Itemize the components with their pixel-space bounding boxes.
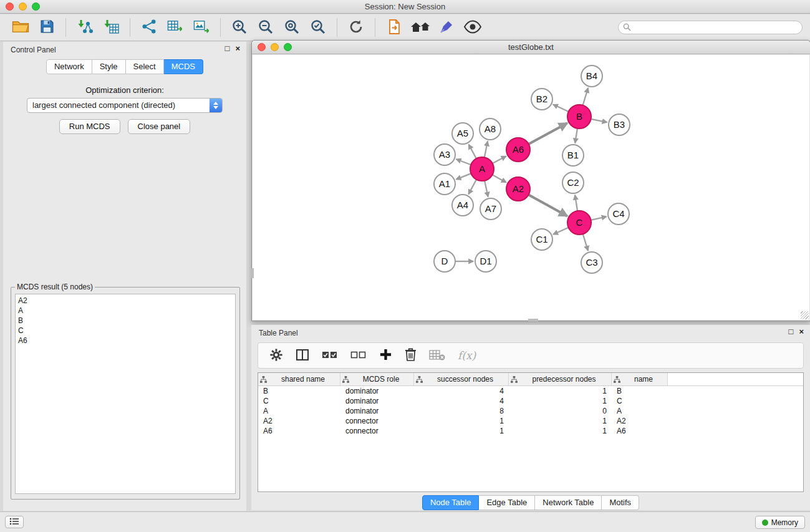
graph-node-A4[interactable]: A4: [452, 195, 473, 216]
resize-grip[interactable]: [801, 311, 809, 319]
table-cell[interactable]: dominator: [340, 406, 414, 416]
column-header-MCDS-role[interactable]: MCDS role: [340, 373, 414, 385]
graph-node-B[interactable]: B: [567, 105, 591, 128]
table-cell[interactable]: A6: [612, 426, 668, 436]
zoom-network-window-button[interactable]: [284, 43, 292, 51]
column-header-shared-name[interactable]: shared name: [258, 373, 340, 385]
table-cell[interactable]: A6: [258, 426, 340, 436]
graph-edge-B-B2[interactable]: [553, 105, 569, 112]
graph-edge-C-C1[interactable]: [553, 228, 569, 235]
deselect-all-button[interactable]: [350, 351, 367, 361]
table-cell[interactable]: 4: [414, 386, 509, 396]
table-cell[interactable]: 4: [414, 396, 509, 406]
open-session-document-button[interactable]: [381, 16, 407, 39]
network-canvas[interactable]: B4B2BB3A8A5A6A3B1AC2A1A2A4A7C4CC1DD1C3: [253, 55, 809, 320]
table-row[interactable]: Cdominator41C: [258, 396, 803, 406]
import-table-file-button[interactable]: [98, 16, 124, 39]
table-cell[interactable]: B: [612, 386, 668, 396]
mcds-result-item[interactable]: A2: [18, 296, 233, 306]
table-cell[interactable]: dominator: [340, 396, 414, 406]
open-file-button[interactable]: [7, 16, 34, 39]
dropdown-stepper-icon[interactable]: [210, 99, 222, 112]
graph-node-A2[interactable]: A2: [506, 177, 530, 201]
table-cell[interactable]: 1: [414, 416, 509, 426]
show-hide-button[interactable]: [460, 16, 486, 39]
table-cell[interactable]: A: [612, 406, 668, 416]
network-window-titlebar[interactable]: testGlobe.txt: [252, 41, 810, 54]
graph-node-A5[interactable]: A5: [452, 123, 473, 144]
graph-node-C2[interactable]: C2: [562, 172, 584, 193]
export-table-button[interactable]: [162, 16, 188, 39]
table-cell[interactable]: C: [612, 396, 668, 406]
graph-node-B3[interactable]: B3: [609, 114, 630, 135]
tab-motifs[interactable]: Motifs: [602, 495, 639, 510]
graph-edge-A2-C[interactable]: [529, 195, 567, 216]
graph-node-D[interactable]: D: [434, 251, 455, 272]
zoom-window-button[interactable]: [32, 2, 40, 11]
table-cell[interactable]: A: [258, 406, 340, 416]
graph-edge-C-C4[interactable]: [591, 216, 607, 220]
zoom-fit-button[interactable]: [279, 16, 305, 39]
optimization-criterion-dropdown[interactable]: largest connected component (directed): [27, 98, 223, 113]
table-cell[interactable]: 8: [414, 406, 509, 416]
tab-network-table[interactable]: Network Table: [535, 495, 602, 510]
column-header-name[interactable]: name: [612, 373, 668, 385]
minimize-network-window-button[interactable]: [271, 43, 279, 51]
mcds-result-item[interactable]: C: [18, 326, 233, 336]
table-cell[interactable]: 1: [414, 426, 509, 436]
graph-node-A7[interactable]: A7: [480, 198, 501, 220]
select-all-button[interactable]: [322, 351, 338, 361]
graphics-details-button[interactable]: [433, 16, 460, 39]
graph-edge-B-B4[interactable]: [583, 88, 589, 105]
graph-node-A8[interactable]: A8: [480, 118, 501, 140]
graph-node-A6[interactable]: A6: [506, 138, 530, 162]
table-row[interactable]: Adominator80A: [258, 406, 803, 416]
mcds-result-list[interactable]: A2ABCA6: [15, 294, 236, 494]
graph-node-D1[interactable]: D1: [475, 251, 496, 272]
mcds-result-item[interactable]: A6: [18, 336, 233, 346]
float-panel-icon[interactable]: □: [789, 327, 794, 336]
network-graph[interactable]: B4B2BB3A8A5A6A3B1AC2A1A2A4A7C4CC1DD1C3: [253, 55, 810, 321]
table-cell[interactable]: connector: [340, 416, 414, 426]
search-input[interactable]: [618, 21, 803, 34]
run-mcds-button[interactable]: Run MCDS: [59, 119, 120, 134]
table-row[interactable]: A2connector11A2: [258, 416, 803, 426]
tab-select[interactable]: Select: [126, 59, 164, 74]
graph-node-C[interactable]: C: [567, 211, 591, 235]
mcds-result-item[interactable]: B: [18, 316, 233, 326]
add-row-button[interactable]: [379, 348, 392, 363]
table-settings-button[interactable]: [269, 348, 283, 364]
zoom-in-button[interactable]: [226, 16, 253, 39]
import-network-file-button[interactable]: [72, 16, 98, 39]
graph-edge-A-A8[interactable]: [485, 142, 488, 158]
table-cell[interactable]: 1: [509, 426, 612, 436]
destroy-table-button[interactable]: [429, 349, 445, 363]
graph-node-A1[interactable]: A1: [434, 173, 455, 195]
graph-node-A3[interactable]: A3: [434, 144, 455, 165]
graph-edge-A-A5[interactable]: [469, 145, 476, 159]
edge-resize-handle[interactable]: [251, 268, 254, 278]
close-window-button[interactable]: [6, 2, 14, 11]
save-session-button[interactable]: [34, 16, 60, 39]
refresh-view-button[interactable]: [343, 16, 369, 39]
table-cell[interactable]: 1: [509, 386, 612, 396]
minimize-window-button[interactable]: [19, 2, 27, 11]
table-cell[interactable]: dominator: [340, 386, 414, 396]
float-panel-icon[interactable]: □: [225, 44, 230, 53]
tab-edge-table[interactable]: Edge Table: [479, 495, 535, 510]
table-cell[interactable]: 0: [509, 406, 612, 416]
close-network-window-button[interactable]: [258, 43, 266, 51]
edge-resize-handle[interactable]: [528, 319, 538, 321]
close-panel-icon[interactable]: ×: [235, 44, 240, 53]
column-header-successor-nodes[interactable]: successor nodes: [414, 373, 509, 385]
table-cell[interactable]: B: [258, 386, 340, 396]
graph-edge-A-A7[interactable]: [485, 181, 488, 197]
column-header-predecessor-nodes[interactable]: predecessor nodes: [509, 373, 612, 385]
table-cell[interactable]: C: [258, 396, 340, 406]
zoom-out-button[interactable]: [253, 16, 279, 39]
close-panel-button[interactable]: Close panel: [128, 119, 191, 134]
tab-network[interactable]: Network: [46, 59, 92, 74]
table-cell[interactable]: 1: [509, 416, 612, 426]
graph-node-B2[interactable]: B2: [531, 89, 552, 110]
graph-node-B1[interactable]: B1: [562, 145, 584, 166]
